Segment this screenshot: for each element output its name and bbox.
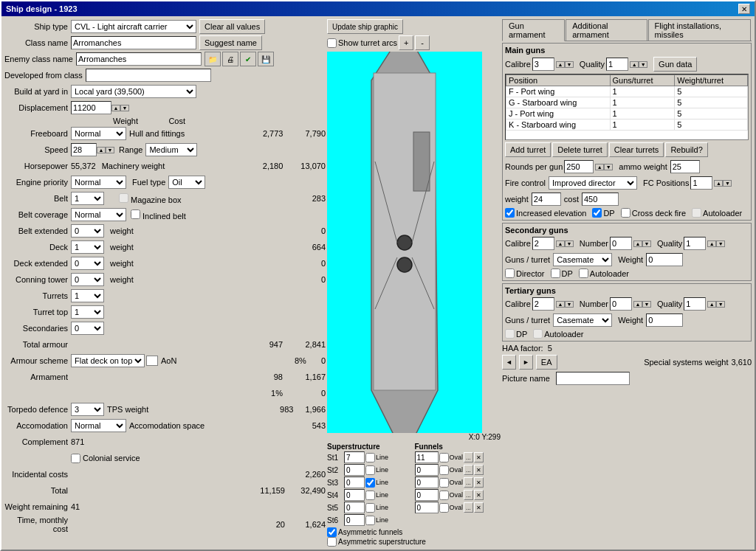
ter-quality-input[interactable] — [684, 297, 706, 311]
speed-down[interactable]: ▼ — [106, 147, 114, 153]
ea-button[interactable]: EA — [536, 355, 557, 370]
rounds-down[interactable]: ▼ — [604, 164, 613, 170]
dp3-check[interactable] — [505, 329, 515, 339]
speed-input[interactable] — [71, 143, 97, 156]
ter-calibre-input[interactable] — [532, 297, 554, 311]
gun-weight-input[interactable] — [532, 193, 561, 206]
st4-line-check[interactable] — [365, 491, 375, 500]
turret-top-select[interactable]: 1 — [71, 305, 104, 319]
calibre-input[interactable] — [532, 58, 554, 71]
sec-cal-down[interactable]: ▼ — [565, 240, 574, 247]
displacement-up[interactable]: ▲ — [111, 105, 120, 111]
fn2-x-button[interactable]: ✕ — [474, 465, 484, 475]
st6-line-check[interactable] — [365, 516, 375, 525]
rounds-input[interactable] — [564, 160, 594, 173]
ter-guns-turret-select[interactable]: Casemate — [553, 313, 612, 327]
ter-cal-up[interactable]: ▲ — [556, 301, 565, 308]
quality-down[interactable]: ▼ — [639, 61, 647, 68]
fn4-x-button[interactable]: ✕ — [474, 490, 484, 500]
deck-select[interactable]: 1 — [71, 240, 104, 254]
fn3-oval-check[interactable] — [439, 478, 449, 488]
rebuild-button[interactable]: Rebuild? — [665, 142, 707, 157]
fn2-dots-button[interactable]: ... — [464, 465, 473, 475]
autoloader3-check[interactable] — [533, 329, 543, 339]
colonial-checkbox[interactable] — [71, 454, 80, 463]
autoloader-check[interactable] — [692, 208, 701, 218]
director-check[interactable] — [505, 268, 515, 278]
sec-number-input[interactable] — [610, 237, 632, 250]
fn1-input[interactable] — [415, 451, 439, 463]
asymmetric-funnels-check[interactable] — [327, 527, 337, 537]
fire-control-select[interactable]: Improved director — [549, 176, 637, 190]
fc-up[interactable]: ▲ — [714, 180, 723, 187]
fn1-oval-check[interactable] — [439, 453, 449, 462]
ammo-weight-input[interactable] — [670, 160, 700, 173]
fn1-x-button[interactable]: ✕ — [474, 452, 484, 462]
dp2-check[interactable] — [551, 268, 560, 278]
belt-ext-select[interactable]: 0 — [71, 224, 104, 238]
gun-cost-input[interactable] — [582, 193, 619, 206]
st5-input[interactable] — [344, 502, 365, 513]
arrow-left-button[interactable]: ◄ — [502, 355, 516, 370]
tab-flight-installations[interactable]: Flight installations, missiles — [648, 19, 751, 41]
engine-select[interactable]: Normal — [71, 176, 126, 189]
displacement-down[interactable]: ▼ — [120, 105, 129, 111]
conning-select[interactable]: 0 — [71, 273, 104, 286]
magazine-box-checkbox[interactable] — [119, 193, 128, 203]
quality-input[interactable] — [606, 58, 628, 71]
st6-input[interactable] — [344, 514, 365, 526]
sec-guns-turret-select[interactable]: Casemate — [553, 253, 612, 266]
fn5-x-button[interactable]: ✕ — [474, 502, 484, 513]
tab-gun-armament[interactable]: Gun armament — [502, 19, 565, 41]
autoloader2-check[interactable] — [579, 268, 588, 278]
sec-cal-up[interactable]: ▲ — [556, 240, 565, 247]
ship-type-select[interactable]: CVL - Light aircraft carrier — [71, 20, 196, 33]
fc-down[interactable]: ▼ — [723, 180, 732, 187]
floppy-icon-button[interactable]: 💾 — [258, 52, 274, 66]
fn4-dots-button[interactable]: ... — [464, 490, 473, 500]
developed-input[interactable] — [86, 69, 211, 82]
clear-all-button[interactable]: Clear all values — [199, 19, 265, 34]
cross-deck-check[interactable] — [621, 208, 630, 218]
ter-num-up[interactable]: ▲ — [633, 301, 642, 308]
ter-weight-input[interactable] — [646, 313, 683, 327]
update-ship-button[interactable]: Update ship graphic — [327, 19, 403, 34]
quality-up[interactable]: ▲ — [630, 61, 639, 68]
fn5-input[interactable] — [415, 502, 439, 513]
enemy-class-input[interactable] — [76, 52, 202, 66]
sec-calibre-input[interactable] — [532, 237, 554, 250]
sec-qual-up[interactable]: ▲ — [707, 240, 716, 247]
sec-weight-input[interactable] — [646, 253, 683, 266]
increased-elev-check[interactable] — [505, 208, 515, 218]
sec-num-down[interactable]: ▼ — [642, 240, 651, 247]
st1-line-check[interactable] — [365, 453, 375, 462]
tab-additional-armament[interactable]: Additional armament — [566, 19, 647, 41]
sec-quality-input[interactable] — [684, 237, 706, 250]
fn3-dots-button[interactable]: ... — [464, 477, 473, 488]
close-button[interactable]: ✕ — [738, 4, 750, 14]
build-yard-select[interactable]: Local yard (39,500) — [71, 85, 196, 98]
calibre-up[interactable]: ▲ — [556, 61, 565, 68]
show-turret-checkbox[interactable] — [327, 38, 337, 48]
st4-input[interactable] — [344, 489, 365, 501]
ter-cal-down[interactable]: ▼ — [565, 301, 574, 308]
fn5-dots-button[interactable]: ... — [464, 502, 473, 513]
st2-input[interactable] — [344, 464, 365, 476]
turret-minus-button[interactable]: - — [415, 35, 430, 50]
st3-line-check[interactable] — [365, 478, 375, 488]
fn1-dots-button[interactable]: ... — [464, 452, 473, 462]
gun-data-button[interactable]: Gun data — [653, 57, 697, 72]
fc-positions-input[interactable] — [690, 176, 712, 190]
dp-check[interactable] — [592, 208, 602, 218]
fn4-input[interactable] — [415, 489, 439, 501]
torpedo-select[interactable]: 3 — [71, 403, 104, 416]
ter-number-input[interactable] — [610, 297, 632, 311]
fn2-oval-check[interactable] — [439, 465, 449, 475]
deck-ext-select[interactable]: 0 — [71, 257, 104, 270]
st2-line-check[interactable] — [365, 465, 375, 475]
rounds-up[interactable]: ▲ — [595, 164, 604, 170]
fn4-oval-check[interactable] — [439, 491, 449, 500]
inclined-belt-checkbox[interactable] — [131, 209, 140, 219]
delete-turret-button[interactable]: Delete turret — [552, 142, 608, 157]
ter-qual-up[interactable]: ▲ — [707, 301, 716, 308]
